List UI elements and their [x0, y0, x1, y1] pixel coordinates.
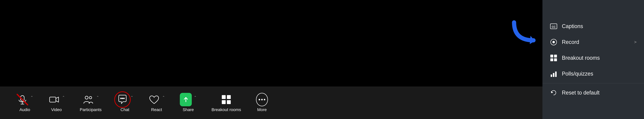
svg-rect-22 [550, 55, 553, 58]
chat-highlight-circle [114, 92, 131, 108]
svg-point-17 [264, 99, 265, 100]
mute-slash-icon [16, 93, 29, 106]
share-label: Share [183, 107, 194, 112]
svg-point-15 [259, 99, 260, 100]
chat-chevron: ⌃ [130, 96, 133, 99]
svg-rect-26 [551, 74, 552, 77]
reset-default-icon [550, 89, 558, 96]
share-chevron: ⌃ [194, 96, 196, 99]
dropdown-breakout-rooms-svg-icon [550, 54, 558, 62]
svg-rect-23 [554, 55, 557, 58]
share-btn [180, 93, 192, 106]
breakout-rooms-icon [221, 94, 232, 105]
audio-label: Audio [20, 107, 30, 112]
svg-rect-11 [222, 95, 226, 99]
more-dots-icon [258, 95, 266, 104]
svg-point-6 [85, 96, 88, 99]
toolbar-item-chat[interactable]: ⌃ Chat [109, 87, 141, 119]
svg-text:CC: CC [552, 26, 556, 28]
captions-icon: CC [550, 22, 558, 30]
toolbar-item-breakout-rooms[interactable]: Breakout rooms [204, 87, 248, 119]
svg-rect-27 [553, 73, 554, 77]
participants-label: Participants [80, 107, 102, 112]
toolbar-item-share[interactable]: ⌃ Share [172, 87, 204, 119]
audio-chevron: ⌃ [30, 96, 33, 99]
toolbar-item-more[interactable]: More [248, 87, 276, 119]
dropdown-item-reset-default[interactable]: Reset to default [542, 85, 644, 101]
audio-icon-wrap [16, 94, 28, 106]
dropdown-breakout-rooms-label: Breakout rooms [562, 55, 636, 61]
svg-rect-25 [554, 58, 557, 61]
toolbar-item-video[interactable]: ⌃ Video [40, 87, 72, 119]
breakout-rooms-label: Breakout rooms [212, 107, 241, 112]
svg-point-21 [552, 41, 555, 43]
svg-rect-24 [550, 58, 553, 61]
svg-rect-14 [227, 100, 231, 104]
captions-svg-icon: CC [550, 22, 558, 30]
svg-rect-13 [222, 100, 226, 104]
video-icon [49, 94, 59, 105]
svg-rect-5 [50, 97, 56, 102]
toolbar-item-react[interactable]: ⌃ React [141, 87, 172, 119]
chat-icon-wrap [116, 94, 128, 106]
react-icon-wrap [148, 94, 160, 106]
more-icon-wrap [256, 94, 268, 106]
svg-point-7 [89, 96, 92, 99]
captions-label: Captions [562, 23, 636, 30]
reset-default-label: Reset to default [562, 90, 636, 96]
dropdown-breakout-rooms-icon [550, 54, 558, 62]
react-label: React [151, 107, 162, 112]
react-chevron: ⌃ [162, 96, 165, 99]
polls-quizzes-label: Polls/quizzes [562, 70, 636, 77]
record-icon [550, 38, 558, 46]
dropdown-item-breakout-rooms[interactable]: Breakout rooms [542, 50, 644, 66]
toolbar-item-audio[interactable]: ⌃ Audio [9, 87, 40, 119]
dropdown-panel: CC Captions Record > Breakout rooms [542, 0, 644, 119]
svg-point-16 [261, 99, 263, 100]
video-label: Video [51, 107, 62, 112]
polls-quizzes-icon [550, 70, 558, 78]
reset-svg-icon [550, 89, 558, 96]
svg-rect-12 [227, 95, 231, 99]
polls-svg-icon [550, 70, 558, 78]
video-chevron: ⌃ [62, 96, 65, 99]
blue-arrow-indicator [510, 18, 540, 48]
participants-icon-wrap [82, 94, 94, 106]
dropdown-item-record[interactable]: Record > [542, 34, 644, 50]
toolbar-item-participants[interactable]: ⌃ Participants [72, 87, 109, 119]
dropdown-item-captions[interactable]: CC Captions [542, 18, 644, 34]
more-label: More [257, 107, 267, 112]
record-svg-icon [550, 38, 558, 46]
svg-line-4 [17, 94, 28, 105]
record-label: Record [562, 39, 630, 45]
record-chevron: > [634, 40, 636, 44]
react-icon [149, 94, 159, 105]
chat-label: Chat [120, 107, 129, 112]
participants-icon [83, 94, 94, 105]
share-icon-wrap [180, 94, 192, 106]
share-arrow-icon [182, 96, 190, 104]
breakout-rooms-icon-wrap [220, 94, 232, 106]
svg-rect-28 [555, 72, 557, 77]
more-btn [256, 93, 268, 106]
participants-chevron: ⌃ [96, 96, 99, 99]
video-icon-wrap [48, 94, 60, 106]
dropdown-item-polls-quizzes[interactable]: Polls/quizzes [542, 66, 644, 82]
